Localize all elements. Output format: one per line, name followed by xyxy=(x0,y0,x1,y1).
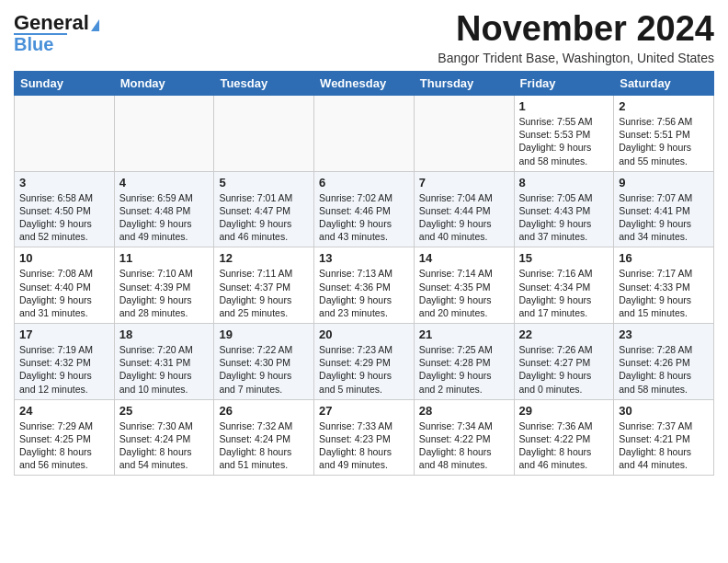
calendar-cell: 1Sunrise: 7:55 AM Sunset: 5:53 PM Daylig… xyxy=(514,96,614,172)
calendar-cell: 18Sunrise: 7:20 AM Sunset: 4:31 PM Dayli… xyxy=(114,324,214,400)
day-number: 23 xyxy=(619,327,709,341)
day-number: 13 xyxy=(319,251,409,265)
subtitle: Bangor Trident Base, Washington, United … xyxy=(438,51,714,65)
day-info: Sunrise: 7:23 AM Sunset: 4:29 PM Dayligh… xyxy=(319,343,409,396)
day-number: 6 xyxy=(319,176,409,190)
weekday-header-tuesday: Tuesday xyxy=(214,72,314,96)
day-number: 21 xyxy=(419,327,509,341)
day-number: 18 xyxy=(119,327,210,341)
day-number: 12 xyxy=(219,251,309,265)
day-info: Sunrise: 7:26 AM Sunset: 4:27 PM Dayligh… xyxy=(519,343,609,396)
day-info: Sunrise: 7:01 AM Sunset: 4:47 PM Dayligh… xyxy=(219,191,309,244)
day-number: 8 xyxy=(519,176,609,190)
day-number: 10 xyxy=(19,251,109,265)
day-number: 2 xyxy=(619,99,709,113)
day-info: Sunrise: 7:16 AM Sunset: 4:34 PM Dayligh… xyxy=(519,267,609,319)
calendar-week-row: 1Sunrise: 7:55 AM Sunset: 5:53 PM Daylig… xyxy=(15,96,714,172)
logo-blue: Blue xyxy=(14,35,53,53)
calendar-cell: 23Sunrise: 7:28 AM Sunset: 4:26 PM Dayli… xyxy=(614,324,714,400)
day-info: Sunrise: 7:28 AM Sunset: 4:26 PM Dayligh… xyxy=(619,343,709,396)
calendar-cell: 19Sunrise: 7:22 AM Sunset: 4:30 PM Dayli… xyxy=(214,324,314,400)
day-info: Sunrise: 7:32 AM Sunset: 4:24 PM Dayligh… xyxy=(219,419,309,472)
day-number: 30 xyxy=(619,404,709,418)
day-info: Sunrise: 6:59 AM Sunset: 4:48 PM Dayligh… xyxy=(119,191,210,244)
day-info: Sunrise: 7:19 AM Sunset: 4:32 PM Dayligh… xyxy=(19,343,109,396)
day-info: Sunrise: 7:05 AM Sunset: 4:43 PM Dayligh… xyxy=(519,191,609,244)
day-info: Sunrise: 7:08 AM Sunset: 4:40 PM Dayligh… xyxy=(19,267,109,319)
calendar-cell: 8Sunrise: 7:05 AM Sunset: 4:43 PM Daylig… xyxy=(514,171,614,247)
day-info: Sunrise: 7:30 AM Sunset: 4:24 PM Dayligh… xyxy=(119,419,210,472)
day-number: 24 xyxy=(19,404,109,418)
day-number: 19 xyxy=(219,327,309,341)
calendar-week-row: 17Sunrise: 7:19 AM Sunset: 4:32 PM Dayli… xyxy=(15,324,714,400)
calendar-cell: 29Sunrise: 7:36 AM Sunset: 4:22 PM Dayli… xyxy=(514,399,614,476)
calendar-cell: 24Sunrise: 7:29 AM Sunset: 4:25 PM Dayli… xyxy=(15,399,115,476)
weekday-header-friday: Friday xyxy=(514,72,614,96)
day-number: 28 xyxy=(419,404,509,418)
day-number: 5 xyxy=(219,176,309,190)
day-number: 16 xyxy=(619,251,709,265)
day-info: Sunrise: 7:20 AM Sunset: 4:31 PM Dayligh… xyxy=(119,343,210,396)
calendar-cell: 12Sunrise: 7:11 AM Sunset: 4:37 PM Dayli… xyxy=(214,247,314,324)
calendar-cell xyxy=(214,96,314,172)
calendar-cell: 4Sunrise: 6:59 AM Sunset: 4:48 PM Daylig… xyxy=(114,171,214,247)
day-info: Sunrise: 7:37 AM Sunset: 4:21 PM Dayligh… xyxy=(619,419,709,472)
calendar-cell xyxy=(114,96,214,172)
day-info: Sunrise: 7:22 AM Sunset: 4:30 PM Dayligh… xyxy=(219,343,309,396)
weekday-header-wednesday: Wednesday xyxy=(314,72,415,96)
title-block: November 2024 Bangor Trident Base, Washi… xyxy=(438,9,714,65)
day-number: 4 xyxy=(119,176,210,190)
logo-text: General xyxy=(14,13,99,33)
calendar-cell: 11Sunrise: 7:10 AM Sunset: 4:39 PM Dayli… xyxy=(114,247,214,324)
day-number: 11 xyxy=(119,251,210,265)
calendar-week-row: 10Sunrise: 7:08 AM Sunset: 4:40 PM Dayli… xyxy=(15,247,714,324)
calendar-cell: 20Sunrise: 7:23 AM Sunset: 4:29 PM Dayli… xyxy=(314,324,415,400)
calendar-cell: 9Sunrise: 7:07 AM Sunset: 4:41 PM Daylig… xyxy=(614,171,714,247)
day-info: Sunrise: 7:02 AM Sunset: 4:46 PM Dayligh… xyxy=(319,191,409,244)
day-info: Sunrise: 7:07 AM Sunset: 4:41 PM Dayligh… xyxy=(619,191,709,244)
weekday-header-sunday: Sunday xyxy=(15,72,115,96)
calendar-cell: 16Sunrise: 7:17 AM Sunset: 4:33 PM Dayli… xyxy=(614,247,714,324)
month-title: November 2024 xyxy=(438,9,714,49)
weekday-header-monday: Monday xyxy=(114,72,214,96)
calendar-header-row: SundayMondayTuesdayWednesdayThursdayFrid… xyxy=(15,72,714,96)
calendar-cell: 27Sunrise: 7:33 AM Sunset: 4:23 PM Dayli… xyxy=(314,399,415,476)
day-number: 17 xyxy=(19,327,109,341)
day-info: Sunrise: 7:13 AM Sunset: 4:36 PM Dayligh… xyxy=(319,267,409,319)
calendar-cell: 25Sunrise: 7:30 AM Sunset: 4:24 PM Dayli… xyxy=(114,399,214,476)
day-info: Sunrise: 7:33 AM Sunset: 4:23 PM Dayligh… xyxy=(319,419,409,472)
calendar-table: SundayMondayTuesdayWednesdayThursdayFrid… xyxy=(14,71,714,476)
day-number: 27 xyxy=(319,404,409,418)
day-number: 15 xyxy=(519,251,609,265)
calendar-cell: 13Sunrise: 7:13 AM Sunset: 4:36 PM Dayli… xyxy=(314,247,415,324)
day-info: Sunrise: 7:56 AM Sunset: 5:51 PM Dayligh… xyxy=(619,115,709,167)
day-number: 25 xyxy=(119,404,210,418)
day-info: Sunrise: 7:34 AM Sunset: 4:22 PM Dayligh… xyxy=(419,419,509,472)
day-number: 14 xyxy=(419,251,509,265)
page-header: General Blue November 2024 Bangor Triden… xyxy=(14,9,714,65)
calendar-cell: 5Sunrise: 7:01 AM Sunset: 4:47 PM Daylig… xyxy=(214,171,314,247)
calendar-cell: 7Sunrise: 7:04 AM Sunset: 4:44 PM Daylig… xyxy=(414,171,514,247)
calendar-cell: 15Sunrise: 7:16 AM Sunset: 4:34 PM Dayli… xyxy=(514,247,614,324)
day-info: Sunrise: 7:17 AM Sunset: 4:33 PM Dayligh… xyxy=(619,267,709,319)
calendar-cell: 30Sunrise: 7:37 AM Sunset: 4:21 PM Dayli… xyxy=(614,399,714,476)
calendar-cell: 22Sunrise: 7:26 AM Sunset: 4:27 PM Dayli… xyxy=(514,324,614,400)
day-number: 9 xyxy=(619,176,709,190)
day-number: 7 xyxy=(419,176,509,190)
day-info: Sunrise: 7:10 AM Sunset: 4:39 PM Dayligh… xyxy=(119,267,210,319)
calendar-cell: 6Sunrise: 7:02 AM Sunset: 4:46 PM Daylig… xyxy=(314,171,415,247)
calendar-cell xyxy=(314,96,415,172)
calendar-cell: 26Sunrise: 7:32 AM Sunset: 4:24 PM Dayli… xyxy=(214,399,314,476)
logo: General Blue xyxy=(14,13,99,53)
weekday-header-saturday: Saturday xyxy=(614,72,714,96)
calendar-week-row: 24Sunrise: 7:29 AM Sunset: 4:25 PM Dayli… xyxy=(15,399,714,476)
day-number: 29 xyxy=(519,404,609,418)
calendar-cell: 21Sunrise: 7:25 AM Sunset: 4:28 PM Dayli… xyxy=(414,324,514,400)
day-info: Sunrise: 7:25 AM Sunset: 4:28 PM Dayligh… xyxy=(419,343,509,396)
day-info: Sunrise: 7:55 AM Sunset: 5:53 PM Dayligh… xyxy=(519,115,609,167)
day-info: Sunrise: 7:04 AM Sunset: 4:44 PM Dayligh… xyxy=(419,191,509,244)
day-number: 20 xyxy=(319,327,409,341)
day-info: Sunrise: 7:14 AM Sunset: 4:35 PM Dayligh… xyxy=(419,267,509,319)
calendar-cell: 10Sunrise: 7:08 AM Sunset: 4:40 PM Dayli… xyxy=(15,247,115,324)
calendar-cell xyxy=(414,96,514,172)
